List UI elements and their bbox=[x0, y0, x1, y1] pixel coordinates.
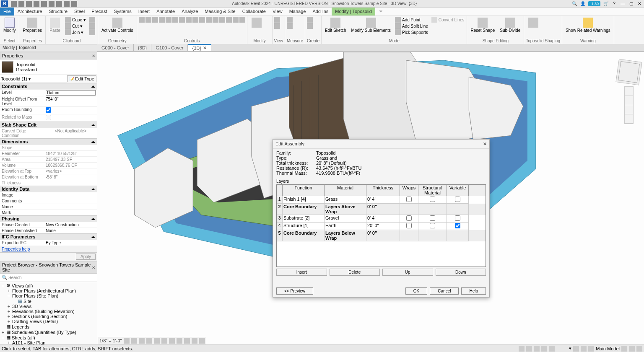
cut-button[interactable]: Cut ▾ bbox=[64, 23, 87, 29]
variable-checkbox[interactable] bbox=[455, 223, 460, 228]
tab-manage[interactable]: Manage bbox=[286, 8, 309, 16]
status-icon[interactable] bbox=[636, 346, 642, 352]
help-button[interactable]: Help bbox=[461, 287, 486, 295]
type-selector[interactable]: ToposolidGrassland bbox=[0, 60, 97, 75]
modify-tool-icon[interactable] bbox=[186, 17, 192, 23]
cat-slab[interactable]: Slab Shape Edit⏶ bbox=[0, 122, 97, 128]
project-browser-header[interactable]: Project Browser - Snowdon Towers Sample … bbox=[0, 261, 97, 274]
variable-checkbox[interactable] bbox=[455, 197, 460, 202]
layer-row[interactable]: 2Core BoundaryLayers Above Wrap0' 0" bbox=[277, 204, 486, 215]
ctrl-icon[interactable] bbox=[199, 338, 205, 344]
trial-badge[interactable]: -1 30 bbox=[588, 1, 600, 6]
nav-zoom-icon[interactable] bbox=[625, 105, 633, 114]
minimize-button[interactable]: — bbox=[620, 1, 626, 7]
search-input[interactable] bbox=[8, 274, 96, 281]
tab-architecture[interactable]: Architecture bbox=[14, 8, 46, 16]
modify-tool-icon[interactable] bbox=[213, 17, 218, 23]
wraps-checkbox[interactable] bbox=[406, 223, 412, 228]
variable-checkbox[interactable] bbox=[455, 215, 460, 221]
qat-home-icon[interactable] bbox=[64, 1, 70, 7]
reset-shape-button[interactable]: Reset Shape bbox=[469, 17, 496, 34]
preview-button[interactable]: << Preview bbox=[276, 287, 313, 295]
doc-tab[interactable]: {3D} bbox=[134, 44, 151, 51]
measure-tool-icon[interactable] bbox=[287, 17, 293, 23]
user-icon[interactable]: 👤 bbox=[580, 1, 586, 7]
cat-ifc[interactable]: IFC Parameters⏶ bbox=[0, 233, 97, 240]
doc-tab[interactable]: G100 - Cover bbox=[151, 44, 188, 51]
modify-tool-icon[interactable] bbox=[206, 17, 212, 23]
room-bounding-checkbox[interactable] bbox=[46, 107, 51, 113]
maximize-button[interactable]: ▢ bbox=[628, 1, 634, 7]
status-icon[interactable] bbox=[534, 346, 540, 352]
hide-icon[interactable] bbox=[169, 338, 175, 344]
add-point-button[interactable]: Add Point bbox=[394, 17, 429, 23]
modify-tool-icon[interactable] bbox=[199, 17, 205, 23]
tab-structure[interactable]: Structure bbox=[45, 8, 71, 16]
workset-selector[interactable]: ▾ bbox=[569, 346, 571, 351]
close-icon[interactable]: ✕ bbox=[203, 45, 207, 51]
level-field[interactable] bbox=[46, 90, 96, 96]
clip-icon-2[interactable] bbox=[88, 23, 96, 29]
paste-button[interactable]: Paste bbox=[47, 17, 62, 34]
cart-icon[interactable]: 🛒 bbox=[603, 1, 609, 7]
topo-shaping-button[interactable] bbox=[526, 17, 541, 28]
apply-button[interactable]: Apply bbox=[76, 254, 96, 260]
modify-button[interactable]: Modify bbox=[2, 17, 17, 34]
modify-tool-icon[interactable] bbox=[139, 17, 145, 23]
ctrl-icon[interactable] bbox=[192, 338, 197, 344]
create-tool-icon[interactable] bbox=[307, 17, 313, 23]
view-cube[interactable] bbox=[615, 59, 642, 85]
help-icon[interactable]: ? bbox=[611, 1, 617, 7]
scale-label[interactable]: 1/8" = 1'-0" bbox=[99, 338, 122, 343]
doc-tab-active[interactable]: {3D}✕ bbox=[188, 44, 211, 51]
down-button[interactable]: Down bbox=[436, 269, 486, 276]
crop-region-icon[interactable] bbox=[161, 338, 167, 344]
tab-massing[interactable]: Massing & Site bbox=[201, 8, 239, 16]
up-button[interactable]: Up bbox=[382, 269, 433, 276]
main-model-label[interactable]: Main Model bbox=[596, 346, 620, 351]
status-icon[interactable] bbox=[621, 346, 627, 352]
tab-file[interactable]: File bbox=[0, 8, 14, 16]
modify-tool-icon[interactable] bbox=[219, 17, 225, 23]
properties-button[interactable]: Properties bbox=[21, 17, 44, 34]
add-split-button[interactable]: Add Split Line bbox=[394, 23, 429, 29]
nav-wheel-icon[interactable] bbox=[625, 87, 633, 96]
status-icon[interactable] bbox=[519, 346, 525, 352]
cope-button[interactable]: Cope ▾ bbox=[64, 17, 87, 23]
tab-precast[interactable]: Precast bbox=[88, 8, 110, 16]
tab-systems[interactable]: Systems bbox=[110, 8, 135, 16]
modify-tool-icon[interactable] bbox=[239, 17, 245, 23]
navigation-bar[interactable] bbox=[624, 86, 634, 124]
qat-print-icon[interactable] bbox=[49, 1, 55, 7]
modify-tool-icon[interactable] bbox=[179, 17, 185, 23]
properties-help-link[interactable]: Properties help bbox=[2, 247, 30, 251]
shadows-icon[interactable] bbox=[146, 338, 152, 344]
pick-supports-button[interactable]: Pick Supports bbox=[394, 29, 429, 35]
instance-selector[interactable]: Toposolid (1) ▾ bbox=[1, 76, 67, 81]
insert-button[interactable]: Insert bbox=[276, 269, 327, 276]
cancel-button[interactable]: Cancel bbox=[430, 287, 459, 295]
modify-tool-icon[interactable] bbox=[159, 17, 165, 23]
status-icon[interactable] bbox=[549, 346, 555, 352]
wraps-checkbox[interactable] bbox=[406, 197, 412, 202]
qat-undo-icon[interactable] bbox=[34, 1, 39, 7]
modify-tool-icon[interactable] bbox=[166, 17, 171, 23]
modify-tool-icon[interactable] bbox=[192, 17, 198, 23]
layer-row[interactable]: 1Finish 1 [4]Grass0' 4" bbox=[277, 196, 486, 204]
tab-analyze[interactable]: Analyze bbox=[178, 8, 201, 16]
activate-controls-button[interactable]: Activate Controls bbox=[100, 17, 135, 34]
qat-open-icon[interactable] bbox=[11, 1, 17, 7]
cat-dims[interactable]: Dimensions⏶ bbox=[0, 138, 97, 145]
close-button[interactable]: ✕ bbox=[636, 1, 642, 7]
modify-tool-icon[interactable] bbox=[152, 17, 158, 23]
dialog-title[interactable]: Edit Assembly✕ bbox=[273, 140, 489, 149]
modify-tool-icon[interactable] bbox=[172, 17, 178, 23]
sun-path-icon[interactable] bbox=[139, 338, 145, 344]
tab-addins[interactable]: Add-Ins bbox=[309, 8, 332, 16]
qat-thin-icon[interactable] bbox=[71, 1, 77, 7]
ctrl-icon[interactable] bbox=[184, 338, 190, 344]
close-icon[interactable]: ✕ bbox=[92, 54, 95, 58]
delete-button[interactable]: Delete bbox=[330, 269, 380, 276]
struct-mat-checkbox[interactable] bbox=[430, 223, 435, 228]
crop-icon[interactable] bbox=[154, 338, 160, 344]
